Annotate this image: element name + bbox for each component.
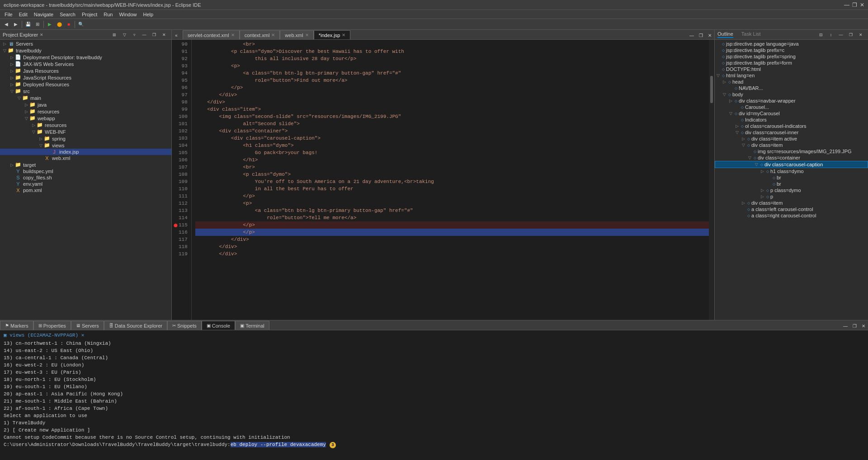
outline-item-2[interactable]: ◇jsp:directive.taglib prefix=spring [715, 53, 868, 60]
tab-close-webxml[interactable]: ✕ [305, 33, 309, 38]
tree-item-java[interactable]: ▷📁java [0, 101, 171, 108]
editor-max-btn[interactable]: ❐ [696, 31, 705, 39]
outline-max[interactable]: ❐ [846, 31, 855, 39]
expand-icon[interactable]: ▷ [9, 163, 14, 167]
tab-close-context[interactable]: ✕ [271, 33, 275, 38]
expand-icon[interactable]: ▷ [38, 136, 43, 141]
editor-collapse-btn[interactable]: « [172, 31, 181, 39]
outline-close[interactable]: ✕ [856, 31, 865, 39]
tree-item-pomxml[interactable]: Xpom.xml [0, 187, 171, 193]
menu-item-window[interactable]: Window [116, 11, 139, 18]
tree-item-jax-ws[interactable]: ▷📄JAX-WS Web Services [0, 61, 171, 67]
pe-menu[interactable]: ▿ [130, 31, 139, 39]
tree-item-copyfiles[interactable]: Scopy_files.sh [0, 174, 171, 181]
menu-item-edit[interactable]: Edit [16, 11, 30, 18]
expand-icon[interactable]: ▷ [24, 103, 29, 107]
toolbar-debug[interactable]: ⬤ [55, 20, 64, 28]
tree-item-views[interactable]: ▽📁views [0, 142, 171, 149]
expand-icon[interactable]: ▷ [9, 69, 14, 73]
tree-item-main[interactable]: ▽📁main [0, 94, 171, 101]
outline-expand-icon[interactable]: ▷ [723, 80, 728, 84]
outline-expand-icon[interactable]: ▽ [723, 92, 728, 97]
outline-item-19[interactable]: ▽◇div class=carousel-caption [715, 161, 868, 168]
outline-expand-icon[interactable]: ▽ [748, 155, 754, 160]
tree-item-travelbuddy[interactable]: ▽📁travelbuddy [0, 47, 171, 54]
outline-item-26[interactable]: ◇a class=left carousel-control [715, 206, 868, 212]
pe-collapse-all[interactable]: ⊞ [110, 31, 119, 39]
outline-item-16[interactable]: ▽◇div class=item [715, 142, 868, 148]
tree-item-buildspec[interactable]: Ybuildspec.yml [0, 168, 171, 174]
tree-item-webinf[interactable]: ▽📁WEB-INF [0, 128, 171, 135]
toolbar-forward[interactable]: ▶ [11, 20, 20, 28]
tree-item-target[interactable]: ▷📁target [0, 161, 171, 168]
outline-item-4[interactable]: ◇DOCTYPE:html [715, 66, 868, 72]
outline-tab[interactable]: Outline [717, 31, 733, 38]
editor-close-btn[interactable]: ✕ [705, 31, 714, 39]
expand-icon[interactable]: ▽ [2, 48, 7, 53]
outline-item-13[interactable]: ▷◇ol class=carousel-indicators [715, 123, 868, 129]
bottom-tab-console[interactable]: ▣Console [202, 321, 235, 330]
outline-expand-icon[interactable]: ▷ [761, 169, 766, 174]
bottom-tab-data-source-explorer[interactable]: 🗄Data Source Explorer [104, 321, 167, 330]
outline-item-12[interactable]: ◇Indicators [715, 117, 868, 123]
expand-icon[interactable]: ▷ [9, 55, 14, 60]
expand-icon[interactable]: ▽ [16, 96, 22, 100]
code-editor[interactable]: <br> <p class="dymo">Discover the best H… [192, 40, 709, 327]
bottom-min-btn[interactable]: — [841, 322, 850, 330]
toolbar-search[interactable]: 🔍 [76, 20, 85, 28]
outline-item-0[interactable]: ◇jsp:directive.page language=java [715, 41, 868, 47]
expand-icon[interactable]: ▷ [2, 42, 7, 46]
outline-expand-icon[interactable]: ▽ [729, 111, 735, 116]
outline-item-21[interactable]: ◇br [715, 174, 868, 181]
scroll-handle[interactable] [710, 76, 713, 103]
minimize-button[interactable]: — [844, 2, 849, 8]
tree-item-resources[interactable]: ▷📁resources [0, 108, 171, 115]
editor-tab-context[interactable]: context.xml✕ [240, 30, 280, 39]
tab-close-servlet[interactable]: ✕ [231, 33, 235, 38]
outline-expand-icon[interactable]: ▷ [742, 136, 747, 141]
bottom-close-btn[interactable]: ✕ [859, 322, 868, 330]
outline-item-3[interactable]: ◇jsp:directive.taglib prefix=form [715, 60, 868, 66]
expand-icon[interactable]: ▷ [9, 82, 14, 87]
bottom-tab-servers[interactable]: 🖥Servers [71, 321, 104, 330]
outline-sort[interactable]: ↕ [826, 31, 835, 39]
outline-item-10[interactable]: ◇Carousel... [715, 104, 868, 110]
outline-expand-icon[interactable]: ▷ [736, 124, 741, 128]
tree-item-java-resources[interactable]: ▷📁Java Resources [0, 67, 171, 74]
maximize-button[interactable]: ❐ [852, 2, 857, 8]
outline-item-17[interactable]: ◇img src=resources/images/IMG_2199.JPG [715, 148, 868, 155]
expand-icon[interactable]: ▷ [24, 109, 29, 114]
toolbar-run[interactable]: ▶ [45, 20, 54, 28]
tree-item-envyaml[interactable]: Yenv.yaml [0, 181, 171, 187]
tree-item-servers[interactable]: ▷🖥Servers [0, 41, 171, 47]
expand-icon[interactable]: ▽ [38, 143, 43, 148]
outline-expand-icon[interactable]: ▷ [761, 194, 766, 199]
outline-item-18[interactable]: ▽◇div class=container [715, 155, 868, 161]
menu-item-file[interactable]: File [2, 11, 15, 18]
toolbar-save[interactable]: 💾 [24, 20, 33, 28]
outline-item-11[interactable]: ▽◇div id=myCarousel [715, 110, 868, 117]
outline-expand-icon[interactable]: ▽ [717, 73, 722, 78]
outline-item-5[interactable]: ▽◇html lang=en [715, 72, 868, 79]
bottom-max-btn[interactable]: ❐ [850, 322, 859, 330]
menu-item-search[interactable]: Search [57, 11, 78, 18]
outline-item-25[interactable]: ▷◇div class=item [715, 200, 868, 206]
tree-item-spring[interactable]: ▷📁spring [0, 135, 171, 142]
outline-expand-icon[interactable]: ▷ [742, 201, 747, 205]
editor-min-btn[interactable]: — [687, 31, 696, 39]
tab-close-indexjsp[interactable]: ✕ [342, 33, 345, 38]
outline-item-20[interactable]: ▷◇h1 class=dymo [715, 168, 868, 174]
expand-icon[interactable]: ▽ [9, 89, 14, 94]
outline-expand-icon[interactable]: ▷ [729, 99, 735, 103]
outline-min[interactable]: — [836, 31, 845, 39]
outline-item-23[interactable]: ▷◇p class=dymo [715, 187, 868, 193]
outline-expand-icon[interactable]: ▽ [736, 130, 741, 135]
outline-item-6[interactable]: ▷◇head [715, 79, 868, 85]
bottom-tab-snippets[interactable]: ✂Snippets [167, 321, 202, 330]
outline-collapse[interactable]: ⊟ [816, 31, 826, 39]
bottom-tab-terminal[interactable]: ▣Terminal [235, 321, 269, 330]
outline-item-8[interactable]: ▽◇body [715, 91, 868, 98]
tree-item-webapp[interactable]: ▽📁webapp [0, 115, 171, 122]
tree-item-webxml[interactable]: Xweb.xml [0, 155, 171, 161]
tree-item-resources2[interactable]: ▷📁resources [0, 122, 171, 128]
